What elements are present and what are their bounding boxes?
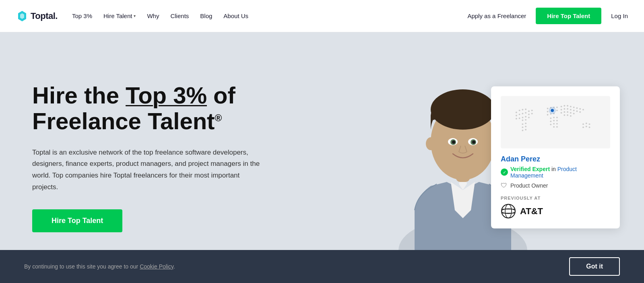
svg-point-52 [556, 117, 558, 118]
nav-blog[interactable]: Blog [200, 12, 212, 19]
svg-point-56 [550, 124, 551, 125]
svg-point-60 [556, 126, 558, 128]
svg-point-21 [525, 112, 526, 114]
hero-section: Hire the Top 3% of Freelance Talent® Top… [0, 32, 644, 283]
svg-point-78 [573, 113, 575, 114]
svg-point-27 [531, 109, 533, 111]
svg-point-64 [570, 106, 572, 107]
verified-text: Verified Expert in Product Management [510, 166, 610, 179]
nav-links: Top 3% Hire Talent ▾ Why Clients Blog Ab… [72, 12, 248, 19]
svg-point-24 [522, 117, 523, 118]
cookie-text: By continuing to use this site you agree… [24, 263, 175, 270]
cookie-banner: By continuing to use this site you agree… [0, 250, 644, 283]
svg-point-17 [525, 109, 526, 110]
verified-icon: ✓ [501, 169, 508, 176]
svg-point-75 [564, 111, 565, 113]
expert-name: Adan Perez [501, 155, 610, 163]
svg-point-36 [525, 126, 526, 127]
att-logo: AT&T [501, 204, 610, 219]
hero-description: Toptal is an exclusive network of the to… [32, 147, 266, 194]
apply-freelancer-link[interactable]: Apply as a Freelancer [467, 12, 526, 19]
previously-at-label: PREVIOUSLY AT [501, 196, 610, 200]
svg-point-96 [502, 209, 515, 214]
svg-point-38 [525, 129, 526, 130]
role-text: Product Owner [510, 182, 548, 189]
svg-point-42 [556, 107, 558, 108]
svg-point-25 [525, 116, 526, 118]
got-it-button[interactable]: Got it [569, 257, 620, 276]
nav-clients[interactable]: Clients [170, 12, 189, 19]
svg-point-31 [522, 120, 523, 121]
svg-point-74 [561, 112, 562, 114]
hire-top-talent-nav-button[interactable]: Hire Top Talent [536, 8, 601, 24]
logo-icon [16, 10, 28, 22]
nav-why[interactable]: Why [147, 12, 159, 19]
svg-point-33 [522, 123, 523, 125]
svg-point-76 [567, 111, 568, 113]
logo[interactable]: Toptal. [16, 10, 58, 22]
svg-point-89 [589, 126, 590, 128]
svg-point-58 [556, 123, 558, 124]
chevron-down-icon: ▾ [134, 14, 136, 18]
svg-point-68 [567, 108, 568, 110]
svg-point-62 [564, 105, 565, 107]
svg-point-91 [549, 107, 555, 114]
verified-suffix: in [551, 166, 557, 172]
svg-point-28 [528, 114, 530, 115]
svg-point-53 [550, 121, 551, 122]
svg-point-84 [582, 123, 584, 125]
svg-point-37 [522, 130, 523, 131]
svg-point-15 [519, 109, 520, 111]
map-area [501, 96, 610, 149]
world-map-svg [501, 96, 610, 149]
verified-line: ✓ Verified Expert in Product Management [501, 166, 610, 179]
svg-point-57 [553, 123, 555, 124]
nav-top3[interactable]: Top 3% [72, 12, 92, 19]
svg-point-80 [579, 111, 581, 113]
svg-point-87 [582, 126, 584, 128]
nav-left: Toptal. Top 3% Hire Talent ▾ Why Clients… [16, 10, 248, 22]
svg-point-70 [573, 109, 575, 111]
hero-title: Hire the Top 3% of Freelance Talent® [32, 83, 266, 134]
svg-point-66 [561, 109, 562, 110]
svg-point-34 [525, 122, 526, 124]
svg-point-81 [564, 114, 565, 116]
svg-point-63 [567, 105, 568, 107]
svg-point-22 [516, 118, 517, 120]
svg-point-82 [567, 114, 568, 116]
svg-point-50 [550, 118, 551, 119]
svg-point-61 [561, 106, 562, 107]
navbar: Toptal. Top 3% Hire Talent ▾ Why Clients… [0, 0, 644, 32]
svg-point-23 [519, 118, 520, 119]
hero-visual: Adan Perez ✓ Verified Expert in Product … [282, 32, 644, 283]
logo-text: Toptal. [31, 11, 58, 21]
svg-point-83 [570, 115, 572, 117]
verified-label: Verified Expert [510, 166, 550, 172]
profile-card: Adan Perez ✓ Verified Expert in Product … [491, 87, 620, 229]
svg-point-20 [522, 113, 523, 114]
svg-point-79 [576, 110, 578, 112]
hire-top-talent-hero-button[interactable]: Hire Top Talent [32, 209, 122, 232]
svg-point-69 [570, 109, 572, 110]
svg-point-18 [516, 115, 517, 116]
svg-point-85 [586, 122, 587, 124]
svg-point-86 [589, 123, 590, 125]
svg-point-92 [502, 205, 515, 218]
nav-hire-talent[interactable]: Hire Talent ▾ [103, 12, 136, 19]
role-icon: 🛡 [501, 182, 507, 189]
svg-point-16 [522, 109, 523, 110]
login-link[interactable]: Log In [611, 12, 628, 19]
cookie-policy-link[interactable]: Cookie Policy [140, 263, 173, 270]
svg-point-72 [579, 108, 581, 110]
svg-point-39 [547, 108, 549, 109]
hero-content: Hire the Top 3% of Freelance Talent® Top… [32, 83, 266, 232]
svg-point-51 [553, 117, 555, 118]
svg-point-29 [531, 113, 533, 114]
svg-point-35 [522, 126, 523, 128]
role-line: 🛡 Product Owner [501, 182, 610, 189]
nav-about[interactable]: About Us [223, 12, 248, 19]
company-name: AT&T [520, 206, 543, 217]
svg-point-12 [426, 137, 436, 150]
svg-point-55 [556, 120, 558, 122]
svg-point-19 [519, 114, 520, 115]
